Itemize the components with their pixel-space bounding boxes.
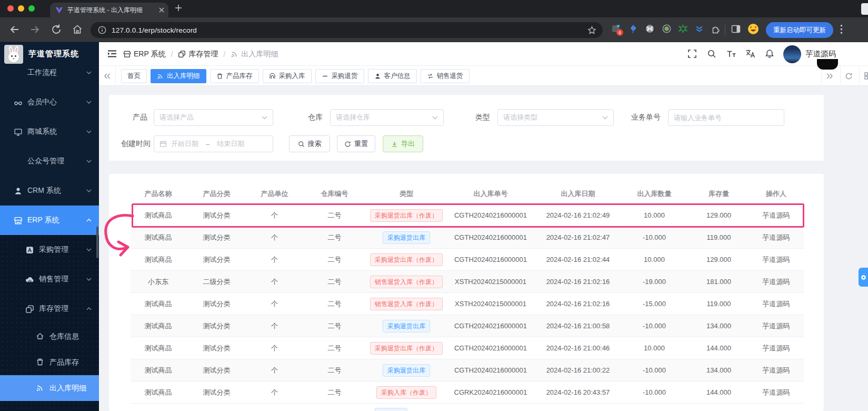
macos-window-controls[interactable] [7, 5, 35, 12]
sidebar-item-erp-system[interactable]: ERP 系统 [0, 206, 99, 235]
new-tab-button[interactable] [175, 4, 182, 12]
extension-icon-green-dot[interactable] [662, 24, 671, 33]
cell-date: 2024-02-16 21:00:58 [536, 322, 620, 330]
close-window-button[interactable] [7, 5, 14, 12]
reload-icon[interactable] [51, 24, 62, 35]
bell-icon[interactable] [765, 49, 774, 58]
sidebar-item-sales-management[interactable]: 销售管理 [0, 265, 99, 294]
table-row[interactable]: 测试商品 测试分类 个 二号 销售退货入库（作废） XSTH2024021500… [131, 293, 804, 315]
tab-home[interactable]: 首页 [121, 69, 147, 83]
blank-icon [14, 68, 23, 77]
forward-icon[interactable] [29, 24, 41, 35]
search-button[interactable]: 搜索 [289, 135, 330, 152]
table-row[interactable]: 测试商品 测试分类 个 二号 采购入库（作废） CGRK202402160000… [131, 381, 804, 404]
cell-category: 测试分类 [186, 321, 247, 331]
browser-update-button[interactable]: 重新启动即可更新 [766, 22, 833, 38]
table-row[interactable]: 测试商品 测试分类 个 二号 采购退货出库 CGTH20240216000001… [131, 359, 804, 381]
address-bar[interactable]: 127.0.0.1/erp/stock/record [91, 22, 603, 38]
fullscreen-icon[interactable] [687, 49, 697, 58]
tabs-refresh-icon[interactable] [840, 66, 857, 86]
cell-order-no: XSTH20240215000001 [445, 300, 536, 308]
tab-sales-return[interactable]: 销售退货 [421, 69, 470, 83]
rabbit-logo-image [4, 45, 23, 64]
browser-tab-strip: 芋道管理系统 - 出入库明细 [0, 0, 868, 17]
user-avatar[interactable] [783, 45, 801, 63]
black-overlay-fragment [817, 59, 838, 70]
table-row[interactable]: 测试商品 测试分类 个 二号 采购退货出库（作废） CGTH2024021600… [131, 337, 804, 359]
cell-date: 2024-02-16 21:02:16 [536, 278, 620, 286]
extension-icon-chevrons[interactable] [695, 24, 704, 33]
search-icon[interactable] [707, 49, 716, 58]
tab-purchase-return[interactable]: 采购退货 [315, 69, 364, 83]
breadcrumb-separator: / [171, 50, 173, 58]
sidebar-item-official-account[interactable]: 公众号管理 [0, 146, 99, 176]
search-icon [298, 141, 305, 148]
app-logo[interactable]: 芋道管理系统 [0, 42, 99, 66]
column-header: 产品单位 [247, 189, 302, 199]
tab-stock-record[interactable]: 出入库明细 [151, 69, 206, 83]
sidebar-item-stock-record[interactable]: 出入库明细 [0, 375, 99, 401]
back-icon[interactable] [8, 24, 20, 35]
side-panel-icon[interactable] [731, 24, 741, 34]
tabs-scroll-left-icon[interactable] [99, 66, 116, 86]
tab-customer-info[interactable]: 客户信息 [368, 69, 417, 83]
font-size-icon[interactable] [726, 49, 736, 58]
sidebar-item-member-center[interactable]: 会员中心 [0, 87, 99, 117]
extension-icon-green-star[interactable] [679, 24, 687, 33]
bizno-input[interactable] [668, 109, 784, 126]
cell-order-no: CGRK20240216000001 [445, 388, 536, 396]
breadcrumb-stock-management[interactable]: 库存管理 [178, 50, 218, 59]
reset-button[interactable]: 重置 [337, 135, 375, 152]
site-info-icon[interactable] [98, 26, 106, 34]
table-row[interactable]: 测试商品 测试分类 个 二号 采购退货出库 CGTH20240216000001… [131, 315, 804, 337]
table-row[interactable]: 测试商品 测试分类 个 二号 采购退货出库（作废） CGTH2024021600… [131, 204, 804, 227]
type-tag: 采购退货出库（作废） [370, 253, 443, 266]
browser-tab[interactable]: 芋道管理系统 - 出入库明细 [50, 3, 168, 17]
close-tab-icon[interactable] [159, 7, 164, 13]
tabs-layout-icon[interactable] [859, 66, 868, 86]
sidebar-item-crm-system[interactable]: CRM 系统 [0, 176, 99, 206]
cell-qty: 10.000 [620, 256, 689, 263]
cell-stock: 129.000 [689, 256, 749, 263]
product-select[interactable]: 请选择产品 [154, 109, 273, 126]
chevron-down-icon [86, 130, 92, 133]
store-icon [123, 50, 131, 58]
date-end-placeholder[interactable]: 结束日期 [217, 139, 244, 149]
date-start-placeholder[interactable]: 开始日期 [171, 139, 198, 149]
url-text[interactable]: 127.0.0.1/erp/stock/record [112, 26, 587, 34]
user-name[interactable]: 芋道源码 [805, 49, 836, 59]
zoom-window-button[interactable] [28, 5, 35, 12]
translate-icon[interactable] [745, 49, 755, 58]
tab-product-stock[interactable]: 产品库存 [210, 69, 259, 83]
home-icon[interactable] [72, 24, 83, 35]
sidebar-item-warehouse-info[interactable]: 仓库信息 [0, 324, 99, 349]
browser-menu-icon[interactable] [840, 24, 843, 34]
extension-icon-badged[interactable]: 6 [612, 24, 621, 33]
extension-icon-kite[interactable] [629, 24, 637, 33]
warehouse-select[interactable]: 请选择仓库 [330, 109, 444, 126]
swap-arrows-icon [427, 73, 434, 80]
blank-icon [14, 157, 23, 166]
bookmark-star-icon[interactable] [587, 26, 596, 35]
collapse-sidebar-icon[interactable] [107, 50, 117, 58]
sidebar-scrollbar-thumb[interactable] [96, 227, 98, 258]
date-range-picker[interactable]: 开始日期 – 结束日期 [154, 135, 273, 152]
cell-product-name: 小东东 [131, 277, 186, 287]
export-button[interactable]: 导出 [383, 135, 423, 152]
sidebar-item-mall-system[interactable]: 商城系统 [0, 117, 99, 146]
minimize-window-button[interactable] [18, 5, 24, 12]
type-select[interactable]: 请选择类型 [497, 109, 614, 126]
table-row[interactable]: 测试商品 测试分类 个 二号 采购退货出库 CGTH20240216000001… [131, 227, 804, 249]
breadcrumb-erp[interactable]: ERP 系统 [123, 50, 165, 59]
person-icon [374, 73, 381, 80]
extensions-puzzle-icon[interactable] [711, 24, 721, 34]
floating-settings-button[interactable] [859, 268, 868, 287]
tab-purchase-in[interactable]: 采购入库 [263, 69, 312, 83]
sidebar-item-purchase-management[interactable]: 采购管理 [0, 235, 99, 265]
table-row[interactable]: 小东东 二级分类 个 二号 销售退货入库（作废） XSTH20240215000… [131, 271, 804, 293]
sidebar-item-stock-management[interactable]: 库存管理 [0, 294, 99, 324]
table-row[interactable]: 测试商品 测试分类 个 二号 采购退货出库（作废） CGTH2024021600… [131, 249, 804, 271]
profile-avatar-emoji[interactable] [747, 23, 759, 35]
sidebar-item-product-stock[interactable]: 产品库存 [0, 349, 99, 375]
extension-icon-command[interactable] [645, 24, 654, 33]
